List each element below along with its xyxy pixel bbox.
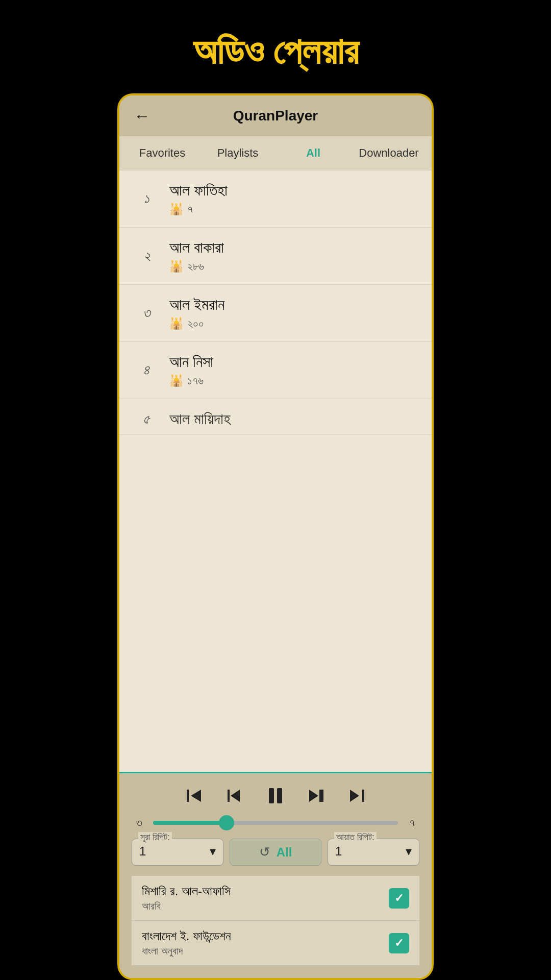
skip-to-start-button[interactable]: [181, 782, 207, 809]
svg-marker-1: [191, 790, 201, 802]
surah-row-5[interactable]: ৫ আল মায়িদাহ: [119, 399, 432, 435]
surah-verses-1: ৭: [187, 203, 193, 216]
svg-rect-5: [277, 788, 282, 803]
prev-button[interactable]: [221, 782, 248, 809]
total-time: ৭: [404, 816, 419, 829]
header-title: QuranPlayer: [233, 108, 318, 124]
svg-marker-8: [350, 790, 359, 802]
surah-row-4[interactable]: ৪ আন নিসা 🕌 ১৭৬: [119, 342, 432, 399]
progress-thumb[interactable]: [219, 815, 234, 830]
svg-rect-7: [319, 790, 323, 802]
surah-repeat-label: সূরা রিপিট:: [138, 832, 172, 843]
mosque-icon-1: 🕌: [169, 203, 183, 216]
ayaat-repeat-box: আয়াত রিপিট: 1 ▾: [328, 839, 419, 866]
surah-number-5: ৫: [134, 411, 159, 428]
app-title: অডিও প্লেয়ার: [193, 31, 359, 73]
surah-verses-2: ২৮৬: [187, 260, 204, 273]
header-bar: ← QuranPlayer: [119, 95, 432, 136]
tab-playlists[interactable]: Playlists: [200, 136, 276, 170]
tab-bar: Favorites Playlists All Downloader: [119, 136, 432, 170]
player-controls: [132, 782, 419, 809]
reciter-name-1: মিশারি র. আল-আফাসি: [142, 884, 231, 898]
surah-row-3[interactable]: ৩ আল ইমরান 🕌 ২০০: [119, 285, 432, 342]
repeat-icon: ↺: [259, 844, 270, 860]
surah-list: ১ আল ফাতিহা 🕌 ৭ ২ আল বাকারা 🕌 ২৮৬: [119, 170, 432, 772]
repeat-all-button[interactable]: All: [277, 845, 292, 860]
reciter-info-2: বাংলাদেশ ই. ফাউন্ডেশন বাংলা অনুবাদ: [142, 929, 231, 957]
reciter-row-2[interactable]: বাংলাদেশ ই. ফাউন্ডেশন বাংলা অনুবাদ: [132, 921, 419, 966]
player-bar: ৩ ৭ সূরা রিপিট: 1 ▾ ↺ All আয়াত রিপিট:: [119, 772, 432, 978]
tab-all[interactable]: All: [276, 136, 351, 170]
reciter-check-2[interactable]: [389, 933, 409, 953]
svg-rect-4: [269, 788, 274, 803]
tab-favorites[interactable]: Favorites: [124, 136, 200, 170]
surah-number-1: ১: [134, 190, 159, 207]
progress-fill: [153, 821, 227, 825]
surah-row-2[interactable]: ২ আল বাকারা 🕌 ২৮৬: [119, 228, 432, 285]
surah-row-1[interactable]: ১ আল ফাতিহা 🕌 ৭: [119, 170, 432, 228]
back-button[interactable]: ←: [134, 107, 150, 126]
surah-repeat-box: সূরা রিপিট: 1 ▾: [132, 839, 223, 866]
svg-marker-3: [231, 790, 240, 802]
ayaat-repeat-label: আয়াত রিপিট:: [334, 832, 377, 843]
surah-verses-3: ২০০: [187, 317, 204, 330]
surah-number-2: ২: [134, 248, 159, 264]
surah-repeat-chevron: ▾: [210, 844, 216, 859]
progress-row: ৩ ৭: [132, 816, 419, 829]
reciter-name-2: বাংলাদেশ ই. ফাউন্ডেশন: [142, 929, 231, 943]
skip-to-end-button[interactable]: [344, 782, 370, 809]
surah-repeat-select[interactable]: 1 ▾: [139, 844, 216, 859]
surah-name-1: আল ফাতিহা: [169, 182, 228, 200]
mosque-icon-4: 🕌: [169, 374, 183, 387]
surah-repeat-value: 1: [139, 844, 146, 859]
reciter-row-1[interactable]: মিশারি র. আল-আফাসি আরবি: [132, 876, 419, 921]
next-button[interactable]: [303, 782, 330, 809]
phone-frame: ← QuranPlayer Favorites Playlists All Do…: [117, 93, 434, 980]
surah-number-4: ৪: [134, 362, 159, 379]
svg-rect-9: [362, 790, 364, 802]
svg-rect-0: [187, 790, 189, 802]
svg-marker-6: [309, 790, 318, 802]
mosque-icon-3: 🕌: [169, 317, 183, 330]
svg-rect-2: [228, 790, 230, 802]
progress-track[interactable]: [153, 821, 398, 825]
reciter-lang-1: আরবি: [142, 900, 231, 912]
surah-name-2: আল বাকারা: [169, 239, 224, 257]
surah-name-3: আল ইমরান: [169, 296, 224, 314]
surah-name-5: আল মায়িদাহ: [169, 410, 231, 428]
repeat-row: সূরা রিপিট: 1 ▾ ↺ All আয়াত রিপিট: 1 ▾: [132, 839, 419, 866]
reciter-check-1[interactable]: [389, 888, 409, 909]
surah-number-3: ৩: [134, 305, 159, 322]
mosque-icon-2: 🕌: [169, 260, 183, 273]
current-time: ৩: [132, 816, 147, 829]
reciter-lang-2: বাংলা অনুবাদ: [142, 945, 231, 957]
tab-downloader[interactable]: Downloader: [351, 136, 427, 170]
reciter-info-1: মিশারি র. আল-আফাসি আরবি: [142, 884, 231, 912]
surah-name-4: আন নিসা: [169, 353, 213, 371]
repeat-all-box[interactable]: ↺ All: [230, 839, 321, 866]
ayaat-repeat-select[interactable]: 1 ▾: [335, 844, 412, 859]
surah-verses-4: ১৭৬: [187, 374, 204, 387]
ayaat-repeat-value: 1: [335, 844, 342, 859]
pause-button[interactable]: [262, 782, 289, 809]
ayaat-repeat-chevron: ▾: [406, 844, 412, 859]
